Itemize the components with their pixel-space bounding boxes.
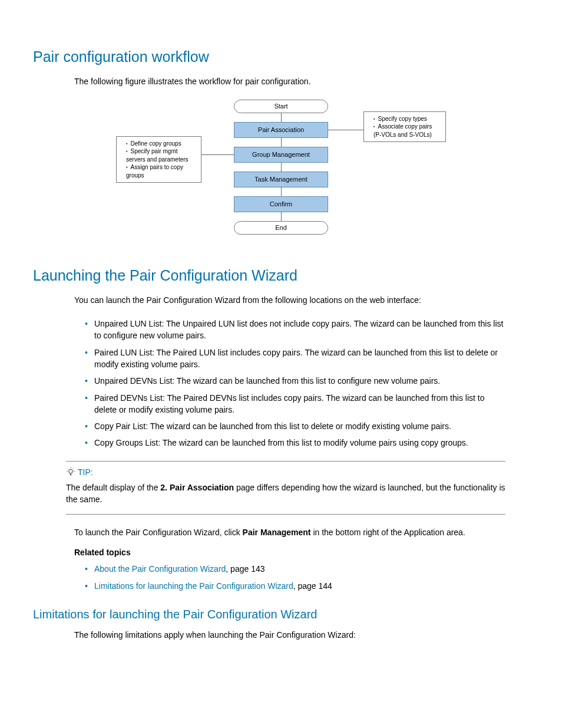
tip-body: The default display of the 2. Pair Assoc… [66,482,505,506]
svg-line-6 [73,469,74,469]
heading-workflow: Pair configuration workflow [33,46,529,67]
fc-task-management: Task Management [234,172,328,188]
tip-header: TIP: [66,466,505,478]
fc-left-item: Assign pairs to copy groups [126,163,196,179]
fc-pair-association: Pair Association [234,122,328,139]
fc-connector [281,137,282,147]
list-item: Copy Pair List: The wizard can be launch… [85,420,505,432]
related-suffix: , page 144 [293,581,332,591]
list-item: Paired DEVNs List: The Paired DEVNs list… [85,392,505,416]
fc-left-annotation: Define copy groups Specify pair mgmt ser… [116,136,201,183]
fc-connector [281,162,282,172]
related-suffix: , page 143 [226,564,265,574]
heading-launching: Launching the Pair Configuration Wizard [33,265,529,286]
fc-left-item: Specify pair mgmt servers and parameters [126,147,196,163]
fc-confirm: Confirm [234,196,328,213]
fc-connector [281,113,282,122]
related-topics-head: Related topics [74,546,505,558]
related-item: Limitations for launching the Pair Confi… [85,580,505,592]
launch-text: in the bottom right of the Application a… [311,528,465,537]
svg-point-0 [69,469,73,473]
tip-bold: 2. Pair Association [160,483,234,492]
svg-line-5 [68,469,68,469]
list-item: Copy Groups List: The wizard can be laun… [85,437,505,449]
fc-connector [328,130,363,130]
workflow-flowchart: Start Pair Association Group Management … [110,100,452,247]
launch-bold: Pair Management [243,528,311,537]
workflow-intro: The following figure illustrates the wor… [74,75,505,87]
fc-right-item: Specify copy types [373,115,441,123]
related-topics-list: About the Pair Configuration Wizard, pag… [74,563,505,592]
fc-start: Start [234,100,328,114]
tip-lightbulb-icon [66,467,75,477]
tip-text: The default display of the [66,483,160,492]
related-item: About the Pair Configuration Wizard, pag… [85,563,505,575]
heading-limitations: Limitations for launching the Pair Confi… [33,606,529,623]
fc-right-annotation: Specify copy types Associate copy pairs … [363,111,446,143]
list-item: Unpaired DEVNs List: The wizard can be l… [85,375,505,387]
limitations-intro: The following limitations apply when lau… [74,629,505,641]
list-item: Unpaired LUN List: The Unpaired LUN list… [85,318,505,342]
list-item: Paired LUN List: The Paired LUN list inc… [85,347,505,371]
launching-list: Unpaired LUN List: The Unpaired LUN list… [74,318,505,449]
tip-label: TIP: [78,466,93,478]
fc-group-management: Group Management [234,147,328,163]
fc-end: End [234,221,328,235]
launch-text: To launch the Pair Configuration Wizard,… [74,528,243,537]
fc-connector [281,187,282,196]
related-link[interactable]: About the Pair Configuration Wizard [94,564,226,574]
fc-left-item: Define copy groups [126,140,196,148]
launching-intro: You can launch the Pair Configuration Wi… [74,294,505,306]
fc-connector [201,154,234,155]
launch-instruction: To launch the Pair Configuration Wizard,… [74,526,505,538]
fc-connector [281,212,282,221]
tip-box: TIP: The default display of the 2. Pair … [66,461,505,515]
fc-right-item: Associate copy pairs (P-VOLs and S-VOLs) [373,123,441,139]
related-link[interactable]: Limitations for launching the Pair Confi… [94,581,293,591]
